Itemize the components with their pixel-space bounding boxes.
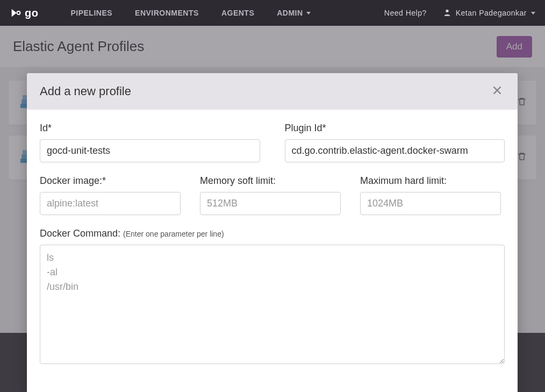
- memory-hard-label: Maximum hard limit:: [360, 175, 501, 187]
- svg-point-0: [17, 11, 20, 15]
- nav-right: Need Help? Ketan Padegaonkar: [384, 8, 535, 18]
- form-group-docker-image: Docker image:*: [40, 175, 181, 215]
- docker-command-label-main: Docker Command:: [40, 228, 123, 239]
- modal-body: Id* Plugin Id* Docker image:* Memory sof…: [27, 110, 518, 392]
- svg-point-1: [446, 9, 448, 12]
- form-group-docker-command: Docker Command: (Enter one parameter per…: [40, 228, 505, 364]
- docker-image-input[interactable]: [40, 192, 181, 215]
- plugin-id-input[interactable]: [285, 139, 505, 162]
- logo[interactable]: go: [10, 7, 38, 19]
- memory-soft-input[interactable]: [200, 192, 341, 215]
- modal-title: Add a new profile: [40, 84, 131, 98]
- top-navbar: go PIPELINES ENVIRONMENTS AGENTS ADMIN N…: [0, 0, 545, 26]
- close-icon[interactable]: [490, 83, 505, 100]
- form-row-limits: Docker image:* Memory soft limit: Maximu…: [40, 175, 505, 215]
- docker-command-label: Docker Command: (Enter one parameter per…: [40, 228, 505, 239]
- form-group-id: Id*: [40, 123, 260, 162]
- logo-mark-icon: [10, 7, 21, 19]
- id-label: Id*: [40, 123, 260, 134]
- nav-links: PIPELINES ENVIRONMENTS AGENTS ADMIN: [70, 9, 310, 17]
- nav-pipelines[interactable]: PIPELINES: [70, 9, 112, 17]
- add-profile-modal: Add a new profile Id* Plugin Id* Docker …: [27, 73, 518, 392]
- memory-hard-input[interactable]: [360, 192, 501, 215]
- user-name: Ketan Padegaonkar: [456, 9, 527, 17]
- docker-command-label-hint: (Enter one parameter per line): [123, 230, 224, 238]
- nav-agents[interactable]: AGENTS: [221, 9, 254, 17]
- form-row-ids: Id* Plugin Id*: [40, 123, 505, 162]
- user-icon: [443, 8, 451, 18]
- form-group-memory-hard: Maximum hard limit:: [360, 175, 501, 215]
- plugin-id-label: Plugin Id*: [285, 123, 505, 134]
- id-input[interactable]: [40, 139, 260, 162]
- logo-text: go: [25, 8, 38, 18]
- memory-soft-label: Memory soft limit:: [200, 175, 341, 187]
- modal-header: Add a new profile: [27, 73, 518, 110]
- chevron-down-icon: [306, 12, 311, 15]
- nav-admin[interactable]: ADMIN: [277, 9, 310, 17]
- docker-command-textarea[interactable]: [40, 245, 505, 364]
- chevron-down-icon: [531, 12, 535, 15]
- form-group-memory-soft: Memory soft limit:: [200, 175, 341, 215]
- nav-need-help[interactable]: Need Help?: [384, 9, 427, 17]
- form-group-plugin-id: Plugin Id*: [285, 123, 505, 162]
- nav-environments[interactable]: ENVIRONMENTS: [135, 9, 199, 17]
- nav-admin-label: ADMIN: [277, 9, 303, 17]
- docker-image-label: Docker image:*: [40, 175, 181, 187]
- user-menu[interactable]: Ketan Padegaonkar: [443, 8, 535, 18]
